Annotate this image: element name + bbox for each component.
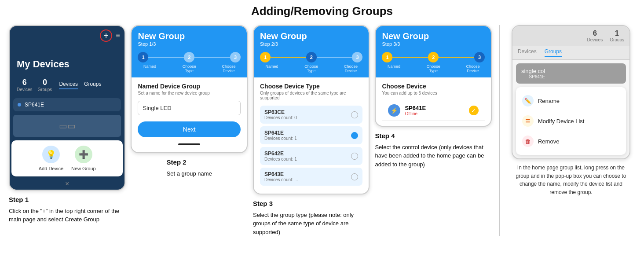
devices-count-badge: 6 Devices	[17, 78, 33, 92]
modify-device-list-menu-item[interactable]: ☰ Modify Device List	[516, 111, 626, 131]
step3-line-1	[271, 57, 306, 58]
step-label-device: Choose Device	[218, 64, 240, 73]
step4-line-1	[392, 57, 428, 58]
new-group-label: New Group	[71, 166, 96, 171]
remove-menu-item[interactable]: 🗑 Remove	[516, 131, 626, 151]
step4-title: Step 4	[375, 131, 491, 141]
step3-2-circle: 2	[306, 52, 317, 62]
device-select-name: SP641E	[405, 105, 464, 111]
step2-section-title: Named Device Group	[138, 83, 240, 90]
step1-header: + ≡	[10, 26, 124, 45]
add-device-label: Add Device	[39, 166, 63, 171]
step4-group-title: New Group	[382, 31, 484, 41]
step4-2-circle: 2	[428, 52, 439, 62]
bt-icon: ⚡	[388, 104, 400, 117]
stepper-3: 1 2 3	[260, 50, 362, 64]
modify-label: Modify Device List	[538, 118, 584, 125]
last-tab-devices[interactable]: Devices	[518, 48, 537, 57]
step2-desc: Step 2 Set a group name	[167, 158, 212, 178]
step4-text: Select the control device (only devices …	[375, 144, 484, 168]
tab-devices[interactable]: Devices	[59, 81, 78, 89]
tab-buttons: Devices Groups	[59, 81, 101, 89]
step5-groups-count: 1 Groups	[610, 29, 624, 42]
step5-header: 6 Devices 1 Groups	[512, 26, 629, 46]
step3-labels: Named Choose Type Choose Device	[260, 64, 362, 73]
step5-device-card[interactable]: single col SP641E	[516, 63, 626, 84]
popup-overlay: 💡 Add Device ➕ New Group	[11, 140, 123, 176]
add-device-icon: 💡	[42, 146, 60, 163]
step3-phone: New Group Step 2/3 1 2 3 Named Choose Ty…	[253, 25, 370, 194]
device-type-sp63ce[interactable]: SP63CE Devices count: 0	[260, 106, 362, 124]
new-group-button[interactable]: ➕ New Group	[71, 146, 96, 171]
step-line-1	[148, 57, 184, 58]
add-device-button[interactable]: 💡 Add Device	[39, 146, 63, 171]
radio-1[interactable]	[351, 132, 358, 139]
device-type-sp643e[interactable]: SP643E Devices count: ...	[260, 168, 362, 186]
step4-desc: Step 4 Select the control device (only d…	[375, 131, 491, 169]
step2-group-header: New Group Step 1/3 1 2 3 Named Choose Ty…	[132, 26, 246, 77]
device-select-sp641e[interactable]: ⚡ SP641E Offline ✓	[382, 101, 484, 121]
remove-label: Remove	[538, 138, 559, 145]
step3-group-header: New Group Step 2/3 1 2 3 Named Choose Ty…	[254, 26, 369, 77]
device-type-info-1: SP641E Devices count: 1	[264, 130, 297, 141]
rename-icon: ✏️	[522, 95, 534, 106]
step5-device-info: single col SP641E	[521, 68, 545, 79]
device-type-name-3: SP643E	[264, 171, 298, 177]
device-dot	[18, 103, 21, 106]
step5-popup-menu: ✏️ Rename ☰ Modify Device List 🗑 Remove	[516, 87, 626, 155]
step3-section-sub: Only groups of devices of the same type …	[260, 91, 362, 100]
rename-menu-item[interactable]: ✏️ Rename	[516, 91, 626, 111]
device-select-status: Offline	[405, 111, 464, 116]
hamburger-icon[interactable]: ≡	[116, 32, 120, 40]
step3-desc: Step 3 Select the group type (please not…	[253, 199, 370, 236]
step3-line-2	[317, 57, 352, 58]
rename-label: Rename	[538, 98, 560, 104]
device-card-sp641e: SP641E	[13, 98, 121, 111]
step3-body: Choose Device Type Only groups of device…	[254, 77, 369, 194]
device-type-count-0: Devices count: 0	[264, 115, 297, 120]
modify-icon: ☰	[522, 115, 534, 127]
step5-devices-count: 6 Devices	[587, 29, 603, 42]
groups-count-badge: 0 Groups	[38, 78, 52, 92]
device-type-info-3: SP643E Devices count: ...	[264, 171, 298, 182]
step4-step-label: Step 3/3	[382, 41, 484, 47]
step4-body: Choose Device You can add up to 5 device…	[376, 77, 490, 126]
step2-phone: New Group Step 1/3 1 2 3 Named Choose Ty…	[131, 25, 247, 153]
speaker-icon: ▭▭	[59, 121, 76, 131]
stepper-4: 1 2 3	[382, 50, 484, 64]
step4-label-device: Choose Device	[462, 64, 484, 73]
step4-3-circle: 3	[474, 52, 485, 62]
bottom-bar	[178, 143, 200, 145]
device-type-sp642e[interactable]: SP642E Devices count: 1	[260, 147, 362, 165]
step2-section-sub: Set a name for the new device group	[138, 91, 240, 95]
step-label-type: Choose Type	[178, 64, 200, 73]
vertical-divider	[499, 25, 500, 236]
device-type-count-1: Devices count: 1	[264, 136, 297, 141]
tab-groups[interactable]: Groups	[84, 81, 101, 89]
step2-step-label: Step 1/3	[138, 41, 240, 47]
step-2-circle: 2	[184, 52, 194, 62]
device-type-sp641e[interactable]: SP641E Devices count: 1	[260, 126, 362, 144]
step4-group-header: New Group Step 3/3 1 2 3 Named Choose Ty…	[376, 26, 490, 77]
step4-line-2	[439, 57, 474, 58]
step-1-circle: 1	[138, 52, 148, 62]
stepper-2: 1 2 3	[138, 50, 240, 64]
group-name-input[interactable]	[138, 101, 240, 115]
step-3-circle: 3	[230, 52, 241, 62]
device-type-info: SP63CE Devices count: 0	[264, 109, 297, 120]
close-icon[interactable]: ×	[10, 178, 124, 190]
last-tab-groups[interactable]: Groups	[545, 48, 562, 57]
device-name: SP641E	[25, 102, 44, 108]
step3-label-named: Named	[261, 64, 283, 73]
radio-2[interactable]	[351, 153, 358, 160]
step3-group-title: New Group	[260, 31, 362, 41]
radio-3[interactable]	[351, 173, 358, 180]
tabs-row: 6 Devices 0 Groups Devices Groups	[10, 75, 124, 95]
step5-device-name: single col	[521, 68, 545, 74]
device-type-count-3: Devices count: ...	[264, 177, 298, 182]
step4-label-named: Named	[383, 64, 405, 73]
step3-text: Select the group type (please note: only…	[253, 212, 354, 235]
plus-icon[interactable]: +	[100, 29, 112, 42]
next-button[interactable]: Next	[138, 121, 240, 137]
radio-0[interactable]	[351, 111, 358, 118]
